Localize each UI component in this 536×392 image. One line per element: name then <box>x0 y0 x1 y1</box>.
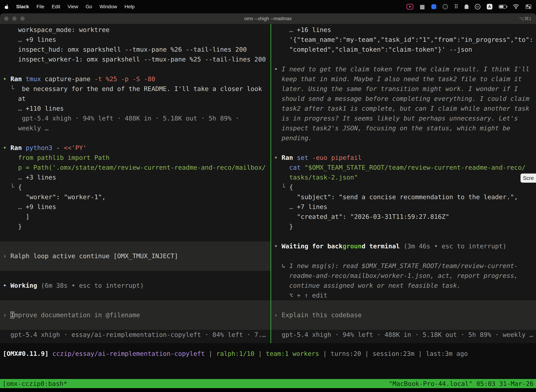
terminal-line: … +9 lines <box>3 35 270 45</box>
terminal-line: from pathlib import Path <box>3 153 270 163</box>
circular-gauge-icon[interactable]: 61 <box>475 4 480 9</box>
terminal-line <box>3 232 270 241</box>
text-segment: › <box>3 311 10 319</box>
text-segment: last:3m ago <box>426 350 468 357</box>
text-segment: Explain this codebase <box>282 311 362 319</box>
terminal-line: "completed","claim_token":"claim-token"}… <box>274 45 536 54</box>
text-segment: later. Using the same for transition mig… <box>274 85 518 92</box>
terminal-line: should send a message before completing … <box>274 94 536 104</box>
terminal-line <box>274 251 536 261</box>
text-segment: readme-and-reco/mailbox/worker-1.json, a… <box>274 272 518 279</box>
text-segment: | <box>319 350 330 357</box>
text-segment: • <box>3 144 10 151</box>
text-segment: gpt-5.4 xhigh · essay/ai-reimplementatio… <box>3 331 266 338</box>
text-segment: { <box>289 183 293 191</box>
menu-bar-status-icons: ▦ ⠿ 61 A <box>407 4 531 9</box>
terminal-line: ↳ 1 new msg(s): read $OMX_TEAM_STATE_ROO… <box>274 261 536 271</box>
screen-share-popup[interactable]: Scre <box>521 173 536 183</box>
terminal-line: … +16 lines <box>274 25 536 35</box>
screen-recording-indicator-icon[interactable] <box>407 4 413 9</box>
terminal-line: '{"team_name":"my-team","task_id":"1","f… <box>274 35 536 45</box>
terminal-line <box>3 64 270 74</box>
text-segment: turns:20 <box>330 350 361 357</box>
battery-icon[interactable] <box>499 5 507 9</box>
close-button[interactable] <box>4 17 9 21</box>
prompt-band[interactable]: › Explain this codebase <box>271 300 536 330</box>
menu-item-help[interactable]: Help <box>124 4 135 9</box>
dark-app-circle-icon[interactable] <box>443 4 448 9</box>
text-segment: set <box>297 154 312 161</box>
active-app-name[interactable]: Slack <box>16 4 29 9</box>
zoom-button[interactable] <box>20 17 25 21</box>
window-title-bar[interactable]: omx --xhigh --madmax ⌥⌘1 <box>0 13 536 24</box>
omx-status-line: [OMX#0.11.9] cczip/essay/ai-reimplementa… <box>3 349 536 359</box>
terminal-line: └ { <box>3 182 270 192</box>
text-segment: task2 after task1 is complete, but can I… <box>274 105 529 112</box>
minimize-button[interactable] <box>12 17 17 21</box>
text-segment: ] <box>3 213 29 220</box>
text-segment: Ran <box>10 144 26 151</box>
terminal-line: • Ran python3 - <<'PY' <box>3 143 270 153</box>
text-segment: … <box>274 26 297 33</box>
text-segment: I need to get the claim token from the c… <box>282 65 529 73</box>
text-segment: | <box>361 350 373 357</box>
text-segment: <<'PY' <box>64 144 87 151</box>
text-segment: 1 new msg(s): read $OMX_TEAM_STATE_ROOT/… <box>289 262 518 269</box>
terminal-line: inspect_worker-1: omx sparkshell --tmux-… <box>3 54 270 64</box>
terminal-line: › Ralph loop active continue [OMX_TMUX_I… <box>3 251 270 261</box>
control-center-icon[interactable] <box>526 5 531 9</box>
terminal-line: gpt-5.4 xhigh · 94% left · 488K in · 5.1… <box>3 113 270 123</box>
text-segment: +9 lines <box>26 203 56 210</box>
ghost-app-icon[interactable] <box>464 5 469 9</box>
prompt-band[interactable]: › Improve documentation in @filename <box>0 300 270 330</box>
right-terminal-pane[interactable]: … +16 lines '{"team_name":"my-team","tas… <box>271 24 536 343</box>
text-segment: … <box>3 203 26 210</box>
text-segment: "$OMX_TEAM_STATE_ROOT/team/review-curren… <box>304 164 526 171</box>
menu-item-go[interactable]: Go <box>86 4 92 9</box>
input-source-icon[interactable]: A <box>487 4 492 9</box>
prompt-band[interactable]: › Ralph loop active continue [OMX_TMUX_I… <box>0 241 270 271</box>
terminal-line: task2 after task1 is complete, but can I… <box>274 104 536 113</box>
terminal-line: └ { <box>274 182 536 192</box>
text-segment: └ <box>274 183 289 191</box>
terminal-line: • Working (6m 38s • esc to interrupt) <box>3 281 270 290</box>
wifi-icon[interactable] <box>513 4 519 9</box>
text-segment: +110 lines <box>26 105 64 112</box>
text-segment: [OMX#0.11.9] <box>3 350 53 357</box>
apple-menu-icon[interactable] <box>5 4 9 9</box>
menu-item-edit[interactable]: Edit <box>52 4 60 9</box>
terminal-line: … +110 lines <box>3 104 270 113</box>
left-terminal-pane[interactable]: workspace_mode: worktree … +9 lines insp… <box>0 24 270 343</box>
text-segment: Ran <box>282 154 297 161</box>
window-tiles-icon[interactable]: ▦ <box>420 4 425 9</box>
text-segment: +7 lines <box>297 203 327 210</box>
text-segment: | <box>254 350 266 357</box>
text-segment: groun <box>343 243 362 250</box>
window-controls <box>4 13 25 24</box>
raycast-icon[interactable] <box>431 4 436 9</box>
text-segment: "completed","claim_token":"claim-token"}… <box>274 46 472 53</box>
text-segment: } <box>274 223 293 230</box>
text-segment: (6m 38s • esc to interrupt) <box>41 282 144 289</box>
text-segment: tasks/task-2.json" <box>274 174 358 181</box>
text-segment: gpt-5.4 xhigh · 94% left · 488K in · 5.1… <box>3 115 239 122</box>
terminal-line: › Explain this codebase <box>274 310 536 320</box>
text-segment: +9 lines <box>26 36 56 43</box>
menu-item-view[interactable]: View <box>68 4 78 9</box>
menu-item-window[interactable]: Window <box>100 4 117 9</box>
text-segment: is in progress? It seems likely but perh… <box>274 115 518 122</box>
dots-grid-icon[interactable]: ⠿ <box>454 4 458 9</box>
text-segment: (3m 46s • esc to interrupt) <box>404 243 507 250</box>
terminal-line: … +9 lines <box>3 202 270 212</box>
text-segment: inspect_hud: omx sparkshell --tmux-pane … <box>3 46 247 53</box>
tmux-status-bar: [omx-cczip0:bash* "MacBook-Pro-44.local"… <box>0 379 536 388</box>
menu-item-file[interactable]: File <box>36 4 44 9</box>
text-segment: p = Path('.omx/state/team/review-current… <box>3 164 266 171</box>
text-segment: "created_at": "2026-03-31T11:59:27.816Z" <box>274 213 449 220</box>
text-segment: '{"team_name":"my-team","task_id":"1","f… <box>274 36 533 43</box>
text-segment: { <box>18 183 22 191</box>
terminal-line: } <box>274 222 536 232</box>
window-shortcut-hint: ⌥⌘1 <box>519 13 531 24</box>
terminal-line: gpt-5.4 xhigh · essay/ai-reimplementatio… <box>3 330 270 340</box>
text-segment: • <box>274 154 282 161</box>
